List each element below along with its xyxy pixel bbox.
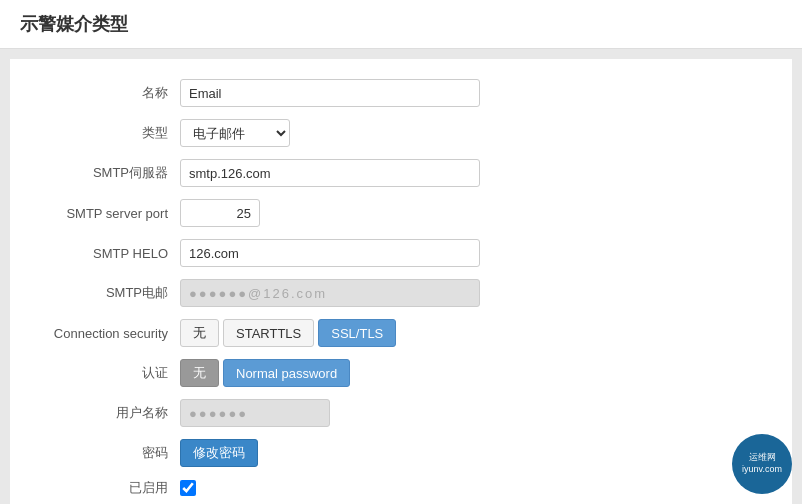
connection-security-none-btn[interactable]: 无	[180, 319, 219, 347]
smtp-email-row: SMTP电邮	[20, 279, 782, 307]
smtp-server-row: SMTP伺服器	[20, 159, 782, 187]
page-title: 示警媒介类型	[0, 0, 802, 49]
type-select-wrap: 电子邮件	[180, 119, 290, 147]
watermark-line1: 运维网	[749, 452, 776, 464]
watermark-line2: iyunv.com	[742, 464, 782, 476]
connection-security-row: Connection security 无 STARTTLS SSL/TLS	[20, 319, 782, 347]
name-row: 名称	[20, 79, 782, 107]
enabled-row: 已启用	[20, 479, 782, 497]
smtp-email-label: SMTP电邮	[20, 284, 180, 302]
form-container: 名称 类型 电子邮件 SMTP伺服器 SMTP server port SMTP…	[10, 59, 792, 504]
type-label: 类型	[20, 124, 180, 142]
page-container: 示警媒介类型 名称 类型 电子邮件 SMTP伺服器 SMTP server po…	[0, 0, 802, 504]
type-row: 类型 电子邮件	[20, 119, 782, 147]
type-select[interactable]: 电子邮件	[180, 119, 290, 147]
enabled-label: 已启用	[20, 479, 180, 497]
smtp-port-input[interactable]	[180, 199, 260, 227]
auth-none-btn[interactable]: 无	[180, 359, 219, 387]
smtp-helo-row: SMTP HELO	[20, 239, 782, 267]
username-input[interactable]	[180, 399, 330, 427]
smtp-helo-label: SMTP HELO	[20, 246, 180, 261]
auth-label: 认证	[20, 364, 180, 382]
connection-security-group: 无 STARTTLS SSL/TLS	[180, 319, 396, 347]
enabled-checkbox-wrap	[180, 480, 196, 496]
connection-security-ssltls-btn[interactable]: SSL/TLS	[318, 319, 396, 347]
username-label: 用户名称	[20, 404, 180, 422]
connection-security-label: Connection security	[20, 326, 180, 341]
enabled-checkbox[interactable]	[180, 480, 196, 496]
username-row: 用户名称	[20, 399, 782, 427]
auth-normal-password-btn[interactable]: Normal password	[223, 359, 350, 387]
name-label: 名称	[20, 84, 180, 102]
smtp-port-row: SMTP server port	[20, 199, 782, 227]
connection-security-starttls-btn[interactable]: STARTTLS	[223, 319, 314, 347]
auth-row: 认证 无 Normal password	[20, 359, 782, 387]
password-label: 密码	[20, 444, 180, 462]
smtp-port-label: SMTP server port	[20, 206, 180, 221]
watermark: 运维网 iyunv.com	[732, 434, 792, 494]
smtp-email-input[interactable]	[180, 279, 480, 307]
smtp-helo-input[interactable]	[180, 239, 480, 267]
name-input[interactable]	[180, 79, 480, 107]
smtp-server-input[interactable]	[180, 159, 480, 187]
password-row: 密码 修改密码	[20, 439, 782, 467]
auth-group: 无 Normal password	[180, 359, 350, 387]
modify-password-btn[interactable]: 修改密码	[180, 439, 258, 467]
smtp-server-label: SMTP伺服器	[20, 164, 180, 182]
